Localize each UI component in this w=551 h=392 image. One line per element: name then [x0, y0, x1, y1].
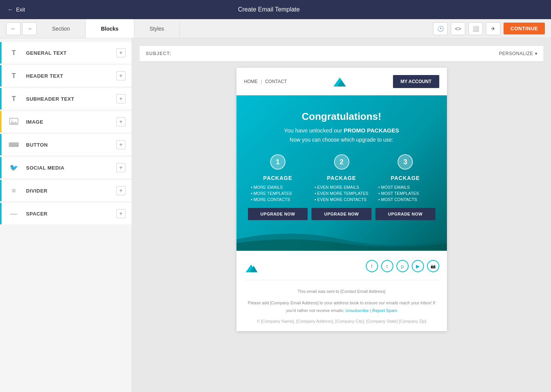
sidebar-label-image: IMAGE — [26, 119, 116, 125]
sidebar-item-general-text[interactable]: T GENERAL TEXT + — [0, 42, 132, 64]
page-title: Create Email Template — [238, 6, 300, 13]
svg-marker-1 — [10, 121, 18, 124]
social-media-icon: 🐦 — [8, 162, 20, 174]
package-3-feature-1: MOST EMAILS — [375, 185, 435, 189]
upgrade-now-button-1[interactable]: UPGRADE NOW — [248, 208, 308, 220]
pinterest-icon[interactable]: p — [396, 260, 409, 272]
email-nav-home[interactable]: HOME — [244, 79, 258, 84]
footer-top: f t p ▶ 📷 — [244, 258, 439, 280]
preview-btn[interactable]: ⬜ — [468, 22, 483, 35]
footer-sent-to: This email was sent to [Contact Email Ad… — [244, 288, 439, 296]
package-3-title: PACKAGE — [375, 175, 435, 181]
email-hero-section: Congratulations! You have unlocked our P… — [236, 95, 447, 251]
content-area: SUBJECT: PERSONALIZE ▾ HOME | CONTACT — [132, 38, 551, 392]
email-nav-contact[interactable]: CONTACT — [265, 79, 287, 84]
svg-point-2 — [11, 119, 13, 121]
main-layout: T GENERAL TEXT + T HEADER TEXT + T SUBHE… — [0, 38, 551, 392]
package-3: 3 PACKAGE MOST EMAILS MOST TEMPLATES MOS… — [375, 154, 435, 220]
email-nav-header: HOME | CONTACT MY ACCOUNT — [236, 68, 447, 95]
sidebar-item-image[interactable]: IMAGE + — [0, 111, 132, 132]
sidebar-label-header-text: HEADER TEXT — [26, 73, 116, 79]
send-btn[interactable]: ✈ — [486, 22, 500, 35]
facebook-icon[interactable]: f — [366, 260, 378, 272]
add-subheader-text-btn[interactable]: + — [116, 94, 126, 103]
sidebar-label-button: BUTTON — [26, 142, 116, 148]
sidebar-label-general-text: GENERAL TEXT — [26, 50, 116, 56]
hero-subtitle-bold: PROMO PACKAGES — [344, 127, 399, 134]
sidebar-item-spacer[interactable]: — SPACER + — [0, 203, 132, 224]
sidebar-item-subheader-text[interactable]: T SUBHEADER TEXT + — [0, 88, 132, 109]
nav-arrows: ← → — [0, 19, 37, 38]
add-spacer-btn[interactable]: + — [116, 209, 126, 218]
package-3-feature-2: MOST TEMPLATES — [375, 191, 435, 196]
sidebar-item-social-media[interactable]: 🐦 SOCIAL MEDIA + — [0, 157, 132, 178]
package-2-feature-2: EVEN MORE TEMPLATES — [311, 191, 372, 196]
tabs-bar: ← → Section Blocks Styles 🕐 <> ⬜ ✈ CONTI… — [0, 19, 551, 38]
add-button-btn[interactable]: + — [116, 140, 126, 149]
forward-arrow-btn[interactable]: → — [22, 22, 37, 35]
exit-button[interactable]: ← Exit — [8, 7, 25, 13]
my-account-button[interactable]: MY ACCOUNT — [393, 75, 439, 88]
sidebar-item-header-text[interactable]: T HEADER TEXT + — [0, 65, 132, 87]
subject-label: SUBJECT: — [146, 51, 171, 56]
twitter-icon[interactable]: t — [381, 260, 393, 272]
package-1-feature-3: MORE CONTACTS — [248, 197, 308, 202]
footer-add-to-book: Please add [Company Email Address] to yo… — [244, 299, 439, 315]
hero-title: Congratulations! — [248, 111, 435, 122]
footer-unsubscribe-link[interactable]: Unsubscribe — [346, 308, 369, 313]
hero-subtitle-pre: You have unlocked our — [284, 127, 344, 134]
add-header-text-btn[interactable]: + — [116, 71, 126, 80]
footer-report-spam-link[interactable]: Report Spam — [372, 308, 397, 313]
add-general-text-btn[interactable]: + — [116, 48, 126, 57]
packages-row: 1 PACKAGE MORE EMAILS MORE TEMPLATES MOR… — [248, 154, 435, 220]
sidebar-label-subheader-text: SUBHEADER TEXT — [26, 96, 116, 102]
sidebar-label-social-media: SOCIAL MEDIA — [26, 165, 116, 171]
tab-blocks[interactable]: Blocks — [86, 19, 134, 38]
continue-button[interactable]: CONTINUE — [504, 23, 545, 34]
footer-copyright: © [Company Name], [Company Address], [Co… — [244, 319, 439, 323]
personalize-button[interactable]: PERSONALIZE ▾ — [499, 51, 537, 56]
chevron-down-icon: ▾ — [535, 51, 538, 56]
package-2-features: EVEN MORE EMAILS EVEN MORE TEMPLATES EVE… — [311, 185, 372, 202]
subject-bar: SUBJECT: PERSONALIZE ▾ — [140, 46, 543, 62]
package-3-feature-3: MOST CONTACTS — [375, 197, 435, 202]
sidebar: T GENERAL TEXT + T HEADER TEXT + T SUBHE… — [0, 38, 132, 392]
email-footer: f t p ▶ 📷 This email was sent to [Contac… — [236, 251, 447, 331]
header-text-icon: T — [8, 70, 20, 82]
package-2: 2 PACKAGE EVEN MORE EMAILS EVEN MORE TEM… — [311, 154, 372, 220]
upgrade-now-button-3[interactable]: UPGRADE NOW — [375, 208, 435, 220]
email-preview: HOME | CONTACT MY ACCOUNT Congratulation… — [236, 68, 447, 331]
package-3-features: MOST EMAILS MOST TEMPLATES MOST CONTACTS — [375, 185, 435, 202]
history-btn[interactable]: 🕐 — [433, 22, 448, 35]
youtube-icon[interactable]: ▶ — [412, 260, 424, 272]
package-1: 1 PACKAGE MORE EMAILS MORE TEMPLATES MOR… — [248, 154, 308, 220]
code-btn[interactable]: <> — [451, 22, 465, 35]
tab-styles[interactable]: Styles — [134, 19, 180, 38]
upgrade-now-button-2[interactable]: UPGRADE NOW — [311, 208, 372, 220]
email-logo — [330, 74, 349, 89]
svg-rect-3 — [9, 142, 19, 147]
add-social-media-btn[interactable]: + — [116, 163, 126, 172]
sidebar-label-divider: DIVIDER — [26, 188, 116, 194]
arrow-left-icon: ← — [8, 7, 13, 13]
instagram-icon[interactable]: 📷 — [427, 260, 439, 272]
add-image-btn[interactable]: + — [116, 117, 126, 126]
package-1-feature-1: MORE EMAILS — [248, 185, 308, 189]
package-2-title: PACKAGE — [311, 175, 372, 181]
add-divider-btn[interactable]: + — [116, 186, 126, 195]
tab-section[interactable]: Section — [37, 19, 86, 38]
package-2-number: 2 — [334, 154, 349, 170]
divider-icon: ≡ — [8, 185, 20, 197]
package-3-number: 3 — [398, 154, 413, 170]
exit-label: Exit — [16, 7, 25, 13]
package-1-number: 1 — [270, 154, 285, 170]
hero-subtitle: You have unlocked our PROMO PACKAGES — [248, 127, 435, 134]
sidebar-label-spacer: SPACER — [26, 211, 116, 217]
subject-input[interactable] — [176, 51, 499, 57]
subheader-text-icon: T — [8, 93, 20, 105]
sidebar-item-divider[interactable]: ≡ DIVIDER + — [0, 180, 132, 201]
button-icon — [8, 139, 20, 151]
sidebar-item-button[interactable]: BUTTON + — [0, 134, 132, 155]
back-arrow-btn[interactable]: ← — [6, 22, 21, 35]
footer-social: f t p ▶ 📷 — [366, 260, 439, 272]
